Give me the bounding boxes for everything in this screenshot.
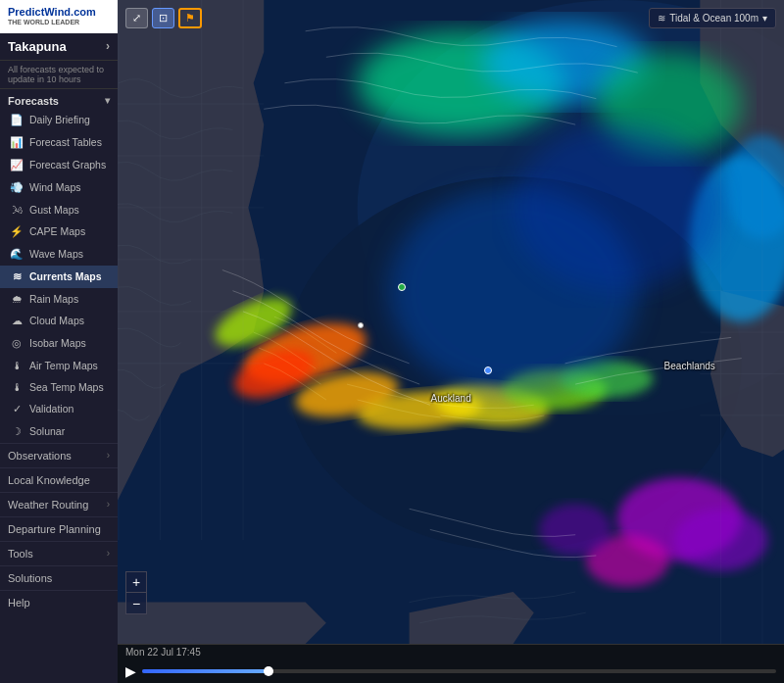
layer-button[interactable]: ≋ Tidal & Ocean 100m ▾ (649, 8, 776, 28)
layer-label: Tidal & Ocean 100m (669, 13, 759, 24)
air-temp-maps-icon: 🌡 (10, 360, 24, 371)
compare-button[interactable]: ⊡ (152, 8, 174, 28)
update-notice: All forecasts expected to update in 10 h… (0, 61, 118, 89)
expand-button[interactable]: ⤢ (125, 8, 148, 28)
location-selector[interactable]: Takapuna › (0, 33, 118, 61)
departure-planning-label: Departure Planning (8, 523, 101, 535)
sidebar-flat-tools[interactable]: Tools › (0, 541, 118, 565)
weather-routing-arrow-icon: › (107, 499, 110, 510)
help-label: Help (8, 597, 30, 609)
wind-maps-label: Wind Maps (29, 181, 81, 193)
gust-maps-icon: 🌬 (10, 204, 24, 216)
forecast-tables-label: Forecast Tables (29, 136, 102, 148)
location-name: Takapuna (8, 39, 67, 54)
timeline: Mon 22 Jul 17:45 ▶ (118, 644, 784, 683)
app-logo: PredictWind.com THE WORLD LEADER (0, 0, 118, 33)
solunar-label: Solunar (29, 425, 65, 437)
map-container[interactable]: Auckland Beachlands ⤢ ⊡ ⚑ ≋ Tidal & Ocea… (118, 0, 784, 683)
observations-arrow-icon: › (107, 450, 110, 461)
map-toolbar: ⤢ ⊡ ⚑ (125, 8, 202, 28)
wave-maps-icon: 🌊 (10, 248, 24, 261)
tools-label: Tools (8, 548, 33, 560)
sidebar-item-sea-temp-maps[interactable]: 🌡 Sea Temp Maps (0, 376, 118, 398)
validation-label: Validation (29, 403, 74, 415)
weather-routing-label: Weather Routing (8, 499, 88, 511)
isobar-maps-label: Isobar Maps (29, 337, 86, 349)
marker-white (358, 322, 364, 328)
cape-maps-label: CAPE Maps (29, 225, 85, 237)
observations-label: Observations (8, 450, 72, 462)
svg-point-19 (539, 504, 612, 556)
zoom-in-button[interactable]: + (125, 571, 147, 593)
flag-button[interactable]: ⚑ (178, 8, 202, 28)
sea-temp-maps-label: Sea Temp Maps (29, 381, 104, 393)
layer-selector: ≋ Tidal & Ocean 100m ▾ (649, 8, 776, 28)
gust-maps-label: Gust Maps (29, 204, 79, 216)
marker-green (398, 283, 406, 291)
progress-fill (142, 669, 269, 673)
daily-briefing-icon: 📄 (10, 114, 24, 126)
progress-track[interactable] (142, 669, 776, 673)
sidebar-item-air-temp-maps[interactable]: 🌡 Air Temp Maps (0, 355, 118, 376)
sidebar-item-cape-maps[interactable]: ⚡ CAPE Maps (0, 220, 118, 243)
sidebar: PredictWind.com THE WORLD LEADER Takapun… (0, 0, 118, 683)
sidebar-item-wave-maps[interactable]: 🌊 Wave Maps (0, 243, 118, 266)
progress-thumb[interactable] (264, 666, 273, 676)
sidebar-item-cloud-maps[interactable]: ☁ Cloud Maps (0, 310, 118, 332)
sidebar-item-currents-maps[interactable]: ≋ Currents Maps (0, 266, 118, 288)
sea-temp-maps-icon: 🌡 (10, 381, 24, 393)
currents-maps-icon: ≋ (10, 270, 24, 283)
menu-items-list: 📄 Daily Briefing 📊 Forecast Tables 📈 For… (0, 109, 118, 443)
daily-briefing-label: Daily Briefing (29, 114, 90, 125)
main-content: Auckland Beachlands ⤢ ⊡ ⚑ ≋ Tidal & Ocea… (118, 0, 784, 683)
validation-icon: ✓ (10, 403, 24, 415)
sidebar-item-daily-briefing[interactable]: 📄 Daily Briefing (0, 109, 118, 131)
sidebar-flat-observations[interactable]: Observations › (0, 443, 118, 467)
solutions-label: Solutions (8, 572, 52, 584)
forecast-tables-icon: 📊 (10, 136, 24, 149)
sidebar-item-solunar[interactable]: ☽ Solunar (0, 420, 118, 443)
rain-maps-label: Rain Maps (29, 293, 78, 305)
sidebar-flat-weather-routing[interactable]: Weather Routing › (0, 492, 118, 516)
sidebar-item-forecast-graphs[interactable]: 📈 Forecast Graphs (0, 154, 118, 176)
timeline-bar: ▶ (118, 659, 784, 683)
currents-maps-label: Currents Maps (29, 270, 102, 282)
forecasts-collapse-icon: ▾ (105, 95, 110, 106)
air-temp-maps-label: Air Temp Maps (29, 360, 98, 371)
cloud-maps-label: Cloud Maps (29, 315, 84, 326)
flat-items-list: Observations › Local Knowledge Weather R… (0, 443, 118, 614)
sidebar-flat-help[interactable]: Help (0, 590, 118, 614)
app-tagline: THE WORLD LEADER (8, 19, 96, 26)
sidebar-item-rain-maps[interactable]: 🌧 Rain Maps (0, 288, 118, 310)
zoom-out-button[interactable]: − (125, 593, 147, 614)
cloud-maps-icon: ☁ (10, 315, 24, 327)
forecasts-section-header[interactable]: Forecasts ▾ (0, 89, 118, 109)
zoom-controls: + − (125, 571, 147, 614)
compare-icon: ⊡ (159, 12, 168, 24)
play-button[interactable]: ▶ (125, 663, 136, 679)
cape-maps-icon: ⚡ (10, 225, 24, 238)
wind-maps-icon: 💨 (10, 181, 24, 194)
map-background: Auckland Beachlands (118, 0, 784, 644)
location-arrow-icon: › (106, 39, 110, 53)
expand-icon: ⤢ (132, 12, 141, 24)
forecasts-label: Forecasts (8, 95, 59, 107)
tools-arrow-icon: › (107, 548, 110, 559)
sidebar-item-forecast-tables[interactable]: 📊 Forecast Tables (0, 131, 118, 154)
timeline-datetime: Mon 22 Jul 17:45 (118, 645, 784, 659)
forecast-graphs-icon: 📈 (10, 159, 24, 171)
sidebar-item-isobar-maps[interactable]: ◎ Isobar Maps (0, 332, 118, 355)
sidebar-flat-solutions[interactable]: Solutions (0, 565, 118, 590)
svg-point-21 (514, 124, 721, 291)
sidebar-flat-departure-planning[interactable]: Departure Planning (0, 516, 118, 541)
isobar-maps-icon: ◎ (10, 337, 24, 350)
sidebar-item-wind-maps[interactable]: 💨 Wind Maps (0, 176, 118, 199)
app-name: PredictWind.com (8, 6, 96, 18)
wave-maps-label: Wave Maps (29, 248, 83, 260)
layer-icon: ≋ (658, 13, 665, 24)
forecast-graphs-label: Forecast Graphs (29, 159, 106, 171)
sidebar-item-validation[interactable]: ✓ Validation (0, 398, 118, 420)
flag-icon: ⚑ (185, 12, 195, 24)
sidebar-flat-local-knowledge[interactable]: Local Knowledge (0, 467, 118, 492)
sidebar-item-gust-maps[interactable]: 🌬 Gust Maps (0, 199, 118, 220)
